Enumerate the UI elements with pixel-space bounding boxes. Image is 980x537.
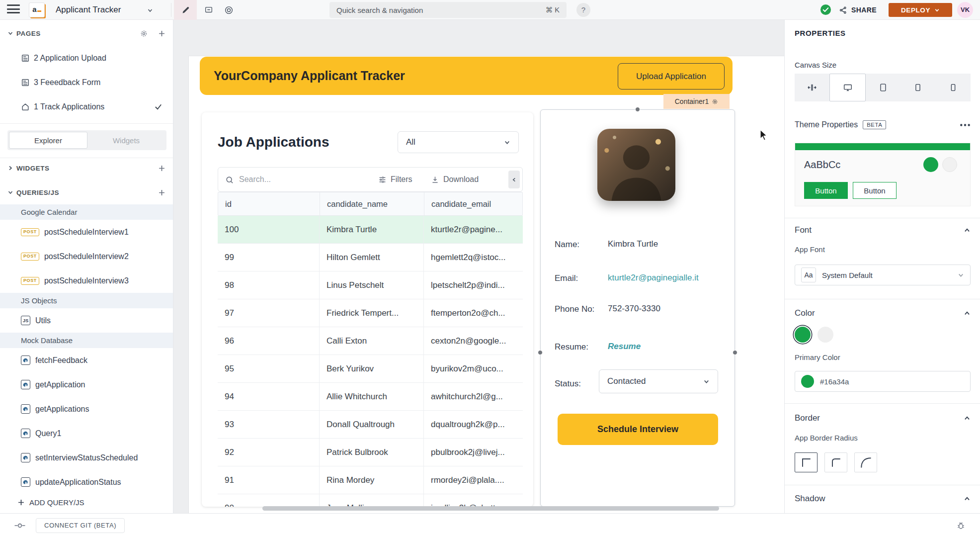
theme-more-options-icon[interactable]	[960, 123, 971, 127]
table-row[interactable]: 90Jany Mullinsjmullins2h@shutt...	[218, 494, 523, 507]
column-header-id[interactable]: id	[218, 192, 320, 215]
chevron-right-icon[interactable]	[7, 165, 16, 171]
table-row[interactable]: 95Berk Yurikovbyurikov2m@uco...	[218, 355, 523, 383]
status-filter-select[interactable]: All	[398, 131, 519, 153]
upload-application-button[interactable]: Upload Application	[618, 63, 725, 90]
tab-explorer[interactable]: Explorer	[9, 132, 87, 149]
cell-candidate-email: hgemlett2q@istoc...	[424, 244, 523, 271]
hamburger-menu-icon[interactable]	[7, 4, 20, 15]
chevron-down-icon[interactable]	[7, 30, 16, 36]
preview-mode-icon[interactable]	[220, 0, 238, 20]
status-select[interactable]: Contacted	[599, 369, 718, 393]
download-button[interactable]: Download	[431, 168, 479, 191]
schedule-interview-button[interactable]: Schedule Interview	[558, 414, 718, 445]
collapse-panel-button[interactable]	[508, 171, 520, 188]
queries-section-header[interactable]: QUERIES/JS	[0, 186, 173, 199]
color-section-header[interactable]: Color	[795, 306, 971, 321]
app-font-select[interactable]: Aa System Default	[795, 265, 971, 285]
container-widget-tag[interactable]: Container1	[663, 94, 730, 109]
pages-section-header[interactable]: PAGES	[0, 27, 173, 40]
shadow-section-header[interactable]: Shadow	[795, 491, 971, 506]
resize-handle-left[interactable]	[538, 350, 543, 355]
radius-option-small[interactable]	[824, 452, 847, 472]
debug-bug-icon[interactable]	[956, 521, 966, 530]
sidebar-item-2-application-upload[interactable]: 2 Application Upload	[0, 46, 173, 70]
query-group-js-objects[interactable]: JS Objects	[0, 293, 173, 308]
resize-handle-right[interactable]	[733, 350, 737, 355]
chevron-up-icon[interactable]	[964, 227, 971, 234]
pages-settings-gear-icon[interactable]	[140, 30, 148, 37]
query-item-updateapplicationstatus[interactable]: updateApplicationStatus	[0, 470, 173, 494]
radius-option-sharp[interactable]	[795, 452, 817, 472]
field-value[interactable]: Resume	[608, 342, 641, 352]
column-header-candidate-email[interactable]: candidate_email	[424, 192, 523, 215]
theme-preview-card[interactable]: AaBbCc Button Button	[795, 143, 971, 206]
help-button[interactable]: ?	[576, 3, 590, 17]
resize-handle-top[interactable]	[635, 107, 640, 112]
add-query-js-button[interactable]: ADD QUERY/JS	[18, 498, 84, 507]
add-widget-plus-icon[interactable]	[159, 165, 165, 172]
query-item-query1[interactable]: Query1	[0, 421, 173, 446]
query-group-mock-database[interactable]: Mock Database	[0, 333, 173, 348]
download-icon	[431, 176, 439, 184]
canvas-size-fluid-width[interactable]	[795, 74, 829, 101]
query-item-setinterviewstatusscheduled[interactable]: setInterviewStatusScheduled	[0, 446, 173, 470]
connect-git-button[interactable]: CONNECT GIT (BETA)	[36, 518, 125, 533]
share-button[interactable]: SHARE	[839, 0, 877, 20]
chevron-up-icon[interactable]	[964, 495, 971, 502]
chevron-down-icon[interactable]	[147, 7, 153, 13]
query-group-google-calendar[interactable]: Google Calendar	[0, 204, 173, 220]
app-logo[interactable]: a	[29, 2, 45, 17]
color-swatch-pale[interactable]	[817, 327, 833, 343]
app-page[interactable]: YourCompany Applicant Tracker Upload App…	[189, 56, 784, 513]
chevron-down-icon[interactable]	[7, 189, 16, 195]
radius-option-large[interactable]	[854, 452, 877, 472]
gear-icon[interactable]	[712, 98, 718, 105]
add-query-plus-icon[interactable]	[159, 189, 165, 196]
query-item-utils[interactable]: JSUtils	[0, 308, 173, 333]
chevron-up-icon[interactable]	[964, 310, 971, 317]
query-item-postscheduleinterview2[interactable]: POSTpostScheduleInterview2	[0, 244, 173, 268]
deploy-button[interactable]: DEPLOY	[889, 3, 952, 17]
border-section-header[interactable]: Border	[795, 411, 971, 426]
table-row[interactable]: 96Calli Extoncexton2n@google...	[218, 327, 523, 355]
widgets-section-header[interactable]: WIDGETS	[0, 162, 173, 175]
chevron-up-icon[interactable]	[964, 415, 971, 422]
table-search-input[interactable]	[239, 172, 338, 187]
quick-search-bar[interactable]: ⌘ K	[329, 2, 567, 18]
tab-widgets[interactable]: Widgets	[87, 132, 165, 149]
table-row[interactable]: 93Donall Qualtroughdqualtrough2k@p...	[218, 411, 523, 439]
query-item-getapplication[interactable]: getApplication	[0, 372, 173, 397]
field-value[interactable]: kturtle2r@paginegialle.it	[608, 273, 699, 283]
canvas-size-desktop[interactable]	[829, 74, 865, 101]
table-row[interactable]: 92Patrick Bulbrookpbulbrook2j@livej...	[218, 439, 523, 466]
app-name[interactable]: Applicant Tracker	[56, 0, 121, 20]
horizontal-scrollbar[interactable]	[262, 506, 719, 511]
primary-color-input[interactable]: #16a34a	[795, 371, 971, 392]
edit-mode-pencil-icon[interactable]	[174, 0, 197, 20]
user-avatar[interactable]: VK	[957, 2, 973, 18]
filters-button[interactable]: Filters	[378, 168, 412, 191]
comment-mode-icon[interactable]	[200, 0, 218, 20]
table-row[interactable]: 91Rina Mordeyrmordey2i@plala....	[218, 466, 523, 494]
add-page-plus-icon[interactable]	[159, 30, 165, 37]
canvas-size-tablet-large[interactable]	[866, 74, 900, 101]
table-row[interactable]: 94Allie Whitchurchawhitchurch2l@g...	[218, 383, 523, 411]
sidebar-item-1-track-applications[interactable]: 1 Track Applications	[0, 94, 173, 119]
table-row[interactable]: 99Hilton Gemletthgemlett2q@istoc...	[218, 244, 523, 271]
query-item-getapplications[interactable]: getApplications	[0, 397, 173, 421]
color-swatch-green[interactable]	[795, 327, 811, 343]
table-row[interactable]: 100Kimbra Turtlekturtle2r@pagine...	[218, 216, 523, 244]
canvas-size-tablet[interactable]	[900, 74, 935, 101]
table-row[interactable]: 97Friedrick Tempert...ftemperton2o@ch...	[218, 299, 523, 327]
query-item-postscheduleinterview1[interactable]: POSTpostScheduleInterview1	[0, 220, 173, 244]
query-item-fetchfeedback[interactable]: fetchFeedback	[0, 348, 173, 372]
sidebar-item-3-feeedback-form[interactable]: 3 Feeedback Form	[0, 70, 173, 94]
canvas-size-mobile[interactable]	[936, 74, 971, 101]
table-row[interactable]: 98Linus Petscheltlpetschelt2p@indi...	[218, 271, 523, 299]
candidate-detail-card[interactable]: Name:Kimbra TurtleEmail:kturtle2r@pagine…	[540, 109, 735, 507]
column-header-candidate-name[interactable]: candidate_name	[320, 192, 424, 215]
font-section-header[interactable]: Font	[795, 223, 971, 238]
query-item-postscheduleinterview3[interactable]: POSTpostScheduleInterview3	[0, 268, 173, 293]
quick-search-input[interactable]	[329, 2, 567, 18]
